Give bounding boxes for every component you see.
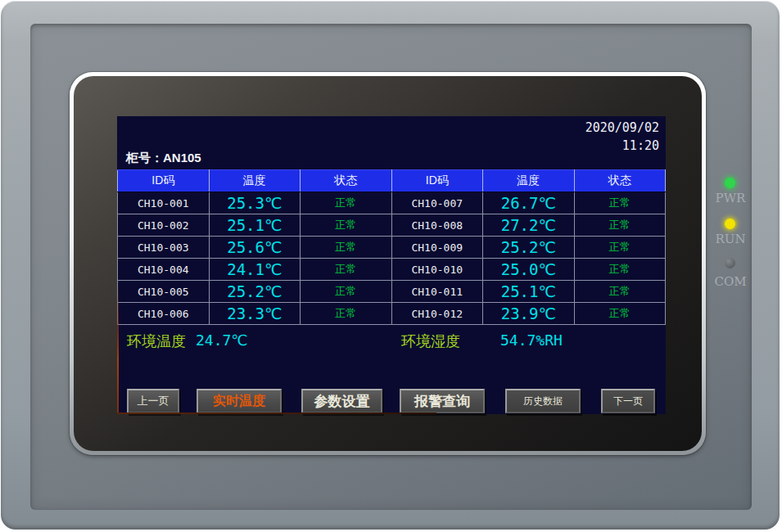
param-settings-button[interactable]: 参数设置 bbox=[301, 389, 382, 413]
next-page-button[interactable]: 下一页 bbox=[601, 389, 655, 413]
cabinet-label: 柜号：AN105 bbox=[126, 151, 201, 166]
prev-page-button[interactable]: 上一页 bbox=[127, 389, 179, 413]
temperature-cell: 25.2℃ bbox=[483, 237, 575, 259]
channel-id-cell: CH10-008 bbox=[391, 214, 483, 237]
table-row: CH10-00623.3℃正常CH10-01223.9℃正常 bbox=[118, 303, 666, 325]
status-cell: 正常 bbox=[301, 281, 392, 303]
env-temp-label: 环境温度 bbox=[127, 331, 186, 351]
table-row: CH10-00225.1℃正常CH10-00827.2℃正常 bbox=[118, 214, 666, 237]
temperature-cell: 23.3℃ bbox=[209, 303, 301, 325]
temperature-cell: 25.1℃ bbox=[483, 281, 575, 303]
com-led-icon bbox=[725, 258, 735, 268]
lcd-display: 2020/09/02 11:20 柜号：AN105 ID码 温度 状态 ID码 … bbox=[117, 116, 666, 414]
channel-id-cell: CH10-006 bbox=[118, 303, 210, 325]
date-text: 2020/09/02 bbox=[585, 120, 659, 135]
screen-module: 2020/09/02 11:20 柜号：AN105 ID码 温度 状态 ID码 … bbox=[70, 72, 706, 455]
status-cell: 正常 bbox=[574, 259, 666, 281]
history-data-button[interactable]: 历史数据 bbox=[505, 389, 581, 413]
temperature-cell: 27.2℃ bbox=[483, 214, 575, 237]
channel-id-cell: CH10-007 bbox=[391, 192, 483, 214]
env-humidity-value: 54.7%RH bbox=[500, 331, 563, 349]
screenshot-stage: 2020/09/02 11:20 柜号：AN105 ID码 温度 状态 ID码 … bbox=[0, 0, 782, 532]
status-cell: 正常 bbox=[301, 192, 392, 214]
run-led-icon bbox=[725, 219, 735, 229]
status-cell: 正常 bbox=[574, 192, 666, 214]
status-cell: 正常 bbox=[574, 303, 666, 325]
channel-id-cell: CH10-005 bbox=[118, 281, 210, 303]
temperature-cell: 25.6℃ bbox=[209, 237, 301, 259]
channel-id-cell: CH10-011 bbox=[391, 281, 483, 303]
time-text: 11:20 bbox=[622, 138, 659, 153]
table-row: CH10-00424.1℃正常CH10-01025.0℃正常 bbox=[118, 259, 666, 281]
channel-table-header: ID码 温度 状态 ID码 温度 状态 bbox=[118, 170, 666, 192]
status-cell: 正常 bbox=[574, 214, 666, 237]
channel-id-cell: CH10-009 bbox=[391, 237, 483, 259]
channel-id-cell: CH10-002 bbox=[118, 214, 210, 237]
table-row: CH10-00125.3℃正常CH10-00726.7℃正常 bbox=[118, 192, 666, 214]
header-cell-status: 状态 bbox=[574, 170, 666, 192]
table-row: CH10-00525.2℃正常CH10-01125.1℃正常 bbox=[118, 281, 666, 303]
header-cell-temp: 温度 bbox=[209, 170, 301, 192]
channel-id-cell: CH10-010 bbox=[391, 259, 483, 281]
env-temp-value: 24.7℃ bbox=[196, 331, 248, 349]
status-cell: 正常 bbox=[301, 237, 392, 259]
channel-id-cell: CH10-001 bbox=[118, 192, 210, 214]
status-cell: 正常 bbox=[574, 281, 666, 303]
alarm-query-button[interactable]: 报警查询 bbox=[400, 389, 485, 413]
temperature-cell: 25.2℃ bbox=[209, 281, 301, 303]
status-cell: 正常 bbox=[301, 214, 392, 237]
touch-panel-glass: 2020/09/02 11:20 柜号：AN105 ID码 温度 状态 ID码 … bbox=[74, 76, 702, 451]
table-row: CH10-00325.6℃正常CH10-00925.2℃正常 bbox=[118, 237, 666, 259]
env-humidity-label: 环境湿度 bbox=[401, 331, 460, 351]
run-led-label: RUN bbox=[712, 232, 749, 246]
temperature-cell: 25.1℃ bbox=[209, 214, 301, 237]
temperature-cell: 23.9℃ bbox=[483, 303, 575, 325]
lcd-edge-glow bbox=[117, 280, 119, 414]
channel-id-cell: CH10-012 bbox=[391, 303, 483, 325]
realtime-temp-button[interactable]: 实时温度 bbox=[197, 389, 282, 413]
channel-id-cell: CH10-003 bbox=[118, 237, 210, 259]
temperature-cell: 25.3℃ bbox=[209, 192, 301, 214]
pwr-led-icon bbox=[725, 178, 735, 188]
channel-table-body: CH10-00125.3℃正常CH10-00726.7℃正常CH10-00225… bbox=[118, 192, 666, 325]
status-cell: 正常 bbox=[301, 303, 392, 325]
temperature-cell: 26.7℃ bbox=[483, 192, 575, 214]
pwr-led-label: PWR bbox=[712, 191, 749, 205]
header-row: ID码 温度 状态 ID码 温度 状态 bbox=[118, 170, 666, 192]
header-cell-status: 状态 bbox=[301, 170, 392, 192]
channel-table: ID码 温度 状态 ID码 温度 状态 CH10-00125.3℃正常CH10-… bbox=[117, 169, 666, 325]
header-cell-id: ID码 bbox=[391, 170, 483, 192]
status-cell: 正常 bbox=[574, 237, 666, 259]
temperature-cell: 24.1℃ bbox=[209, 259, 301, 281]
header-cell-id: ID码 bbox=[118, 170, 210, 192]
com-led-label: COM bbox=[712, 274, 749, 289]
lcd-bottom-glow bbox=[117, 413, 436, 414]
header-cell-temp: 温度 bbox=[483, 170, 575, 192]
status-cell: 正常 bbox=[301, 259, 392, 281]
temperature-cell: 25.0℃ bbox=[483, 259, 575, 281]
channel-id-cell: CH10-004 bbox=[118, 259, 210, 281]
